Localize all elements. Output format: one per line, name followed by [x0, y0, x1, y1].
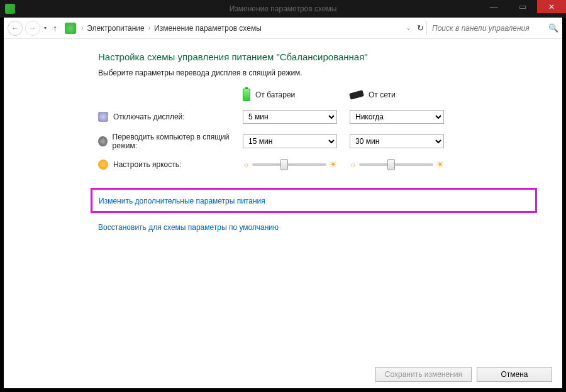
up-button[interactable]: ↑: [53, 23, 57, 33]
breadcrumb-item[interactable]: Электропитание: [87, 24, 144, 33]
close-button[interactable]: ✕: [537, 0, 566, 13]
search-input[interactable]: [432, 24, 545, 33]
brightness-ac-slider[interactable]: ☼ ☀: [350, 159, 444, 170]
refresh-button[interactable]: ↻: [417, 23, 424, 33]
display-off-battery-select[interactable]: 1 мин2 мин3 мин5 мин10 мин15 мин20 мин25…: [243, 110, 337, 124]
page-title: Настройка схемы управления питанием "Сба…: [98, 52, 537, 62]
window-title: Изменение параметров схемы: [230, 4, 337, 13]
chevron-down-icon[interactable]: ⌄: [406, 25, 411, 31]
history-dropdown-icon[interactable]: ▾: [44, 25, 47, 31]
chevron-right-icon: ›: [81, 24, 83, 31]
highlight-box: Изменить дополнительные параметры питани…: [91, 188, 537, 213]
cancel-button[interactable]: Отмена: [477, 367, 552, 382]
monitor-icon: [98, 112, 108, 122]
brightness-battery-slider[interactable]: ☼ ☀: [243, 159, 337, 170]
row-brightness: Настроить яркость: ☼ ☀ ☼ ☀: [98, 159, 537, 170]
column-header-ac: От сети: [350, 89, 444, 101]
sleep-ac-select[interactable]: 1 мин2 мин3 мин5 мин10 мин15 мин20 мин25…: [350, 134, 444, 148]
sleep-icon: [98, 136, 108, 146]
search-box[interactable]: 🔍: [426, 21, 558, 35]
sleep-battery-select[interactable]: 1 мин2 мин3 мин5 мин10 мин15 мин20 мин25…: [243, 134, 337, 148]
display-off-ac-select[interactable]: 1 мин2 мин3 мин5 мин10 мин15 мин20 мин25…: [350, 110, 444, 124]
row-display-off: Отключать дисплей: 1 мин2 мин3 мин5 мин1…: [98, 110, 537, 124]
sun-small-icon: ☼: [350, 160, 357, 169]
chevron-right-icon: ›: [148, 24, 150, 31]
sun-big-icon: ☀: [436, 159, 444, 170]
row-sleep: Переводить компьютер в спящий режим: 1 м…: [98, 133, 537, 150]
save-button[interactable]: Сохранить изменения: [375, 367, 472, 382]
page-subtitle: Выберите параметры перевода дисплея в сп…: [98, 68, 537, 77]
sun-small-icon: ☼: [243, 160, 250, 169]
breadcrumb[interactable]: › Электропитание › Изменение параметров …: [81, 23, 424, 33]
column-header-battery: От батареи: [243, 89, 337, 101]
back-button[interactable]: ←: [8, 21, 23, 36]
titlebar: Изменение параметров схемы — ▭ ✕: [0, 0, 566, 18]
breadcrumb-item[interactable]: Изменение параметров схемы: [154, 24, 262, 33]
sun-big-icon: ☀: [329, 159, 337, 170]
maximize-button[interactable]: ▭: [508, 0, 537, 13]
navigation-bar: ← → ▾ ↑ › Электропитание › Изменение пар…: [4, 18, 562, 39]
advanced-power-settings-link[interactable]: Изменить дополнительные параметры питани…: [99, 197, 265, 205]
forward-button[interactable]: →: [25, 21, 40, 36]
minimize-button[interactable]: —: [479, 0, 508, 13]
plug-icon: [349, 90, 364, 99]
restore-defaults-link[interactable]: Восстановить для схемы параметры по умол…: [98, 223, 279, 232]
app-icon: [5, 4, 15, 14]
battery-icon: [243, 89, 250, 101]
footer-buttons: Сохранить изменения Отмена: [4, 361, 562, 388]
search-icon[interactable]: 🔍: [548, 23, 558, 33]
brightness-icon: [98, 160, 108, 170]
power-options-icon: [65, 23, 76, 34]
